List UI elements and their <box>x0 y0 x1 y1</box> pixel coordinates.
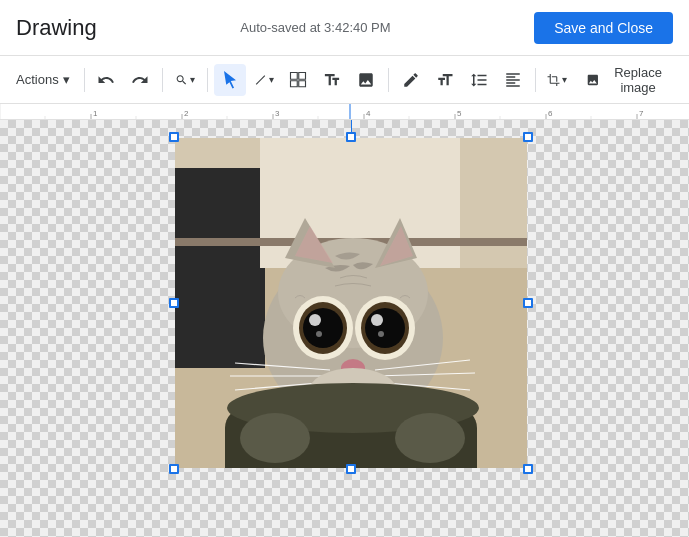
handle-top-right[interactable] <box>523 132 533 142</box>
handle-top-left[interactable] <box>169 132 179 142</box>
actions-menu-button[interactable]: Actions ▾ <box>8 64 78 96</box>
select-icon <box>221 71 239 89</box>
svg-text:3: 3 <box>275 109 280 118</box>
app-header: Drawing Auto-saved at 3:42:40 PM Save an… <box>0 0 689 56</box>
selected-image-container[interactable] <box>175 138 527 468</box>
svg-line-0 <box>256 75 265 84</box>
svg-rect-1 <box>0 104 689 120</box>
replace-image-button[interactable]: Replace image <box>576 64 682 96</box>
crop-button[interactable]: ▾ <box>541 64 573 96</box>
align-button[interactable] <box>497 64 529 96</box>
svg-rect-27 <box>175 168 265 368</box>
redo-button[interactable] <box>124 64 156 96</box>
undo-button[interactable] <box>90 64 122 96</box>
svg-point-41 <box>365 308 405 348</box>
canvas-area[interactable] <box>0 120 689 537</box>
zoom-button[interactable]: ▾ <box>169 64 201 96</box>
toolbar: Actions ▾ ▾ ▾ <box>0 56 689 104</box>
handle-top-center[interactable] <box>346 132 356 142</box>
toolbar-divider-4 <box>388 68 389 92</box>
zoom-chevron: ▾ <box>190 74 195 85</box>
textbox-icon <box>323 71 341 89</box>
svg-text:6: 6 <box>548 109 553 118</box>
svg-text:2: 2 <box>184 109 189 118</box>
actions-label: Actions <box>16 72 59 87</box>
svg-point-58 <box>395 413 465 463</box>
autosave-status: Auto-saved at 3:42:40 PM <box>97 20 534 35</box>
zoom-icon <box>175 71 188 89</box>
line-spacing-icon <box>470 71 488 89</box>
redo-icon <box>131 71 149 89</box>
svg-text:1: 1 <box>93 109 98 118</box>
handle-middle-left[interactable] <box>169 298 179 308</box>
svg-point-40 <box>303 308 343 348</box>
shape-tool-button[interactable] <box>282 64 314 96</box>
pencil-tool-button[interactable] <box>395 64 427 96</box>
svg-text:4: 4 <box>366 109 371 118</box>
align-icon <box>504 71 522 89</box>
replace-image-icon <box>586 71 600 89</box>
toolbar-divider-1 <box>84 68 85 92</box>
handle-bottom-left[interactable] <box>169 464 179 474</box>
handle-bottom-center[interactable] <box>346 464 356 474</box>
toolbar-divider-5 <box>535 68 536 92</box>
crop-icon <box>547 71 560 89</box>
svg-point-57 <box>240 413 310 463</box>
ruler-svg: 1 2 3 4 5 6 7 <box>0 104 689 120</box>
select-tool-button[interactable] <box>214 64 246 96</box>
save-close-button[interactable]: Save and Close <box>534 12 673 44</box>
shape-icon <box>289 71 307 89</box>
svg-point-43 <box>371 314 383 326</box>
crop-chevron: ▾ <box>562 74 567 85</box>
ruler: 1 2 3 4 5 6 7 <box>0 104 689 120</box>
replace-image-label: Replace image <box>605 65 671 95</box>
pencil-icon <box>402 71 420 89</box>
wordart-tool-button[interactable] <box>429 64 461 96</box>
image-tool-button[interactable] <box>350 64 382 96</box>
canvas-image[interactable] <box>175 138 527 468</box>
app-title: Drawing <box>16 15 97 41</box>
line-tool-button[interactable]: ▾ <box>248 64 280 96</box>
toolbar-divider-3 <box>207 68 208 92</box>
svg-point-45 <box>378 331 384 337</box>
handle-middle-right[interactable] <box>523 298 533 308</box>
textbox-tool-button[interactable] <box>316 64 348 96</box>
svg-text:7: 7 <box>639 109 644 118</box>
line-icon <box>254 71 267 89</box>
line-chevron: ▾ <box>269 74 274 85</box>
actions-chevron-icon: ▾ <box>63 72 70 87</box>
svg-point-42 <box>309 314 321 326</box>
cat-image-svg <box>175 138 527 468</box>
toolbar-divider-2 <box>162 68 163 92</box>
image-icon <box>357 71 375 89</box>
handle-bottom-right[interactable] <box>523 464 533 474</box>
line-spacing-button[interactable] <box>463 64 495 96</box>
svg-point-44 <box>316 331 322 337</box>
undo-icon <box>97 71 115 89</box>
svg-text:5: 5 <box>457 109 462 118</box>
wordart-icon <box>436 71 454 89</box>
